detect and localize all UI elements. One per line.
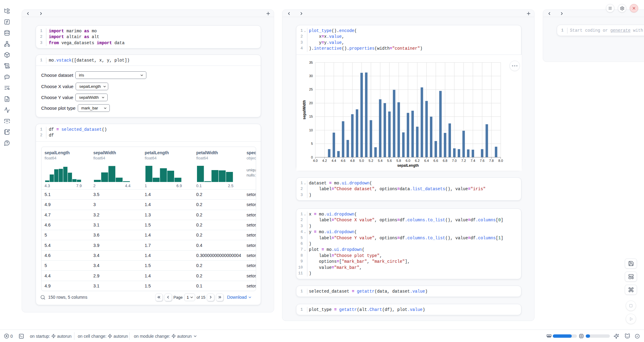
svg-text:5: 5 bbox=[311, 142, 313, 145]
svg-text:0: 0 bbox=[311, 155, 313, 159]
svg-text:25: 25 bbox=[309, 87, 313, 91]
svg-text:4.0: 4.0 bbox=[313, 159, 317, 162]
svg-text:7.8: 7.8 bbox=[489, 159, 494, 162]
svg-text:4.8: 4.8 bbox=[350, 159, 355, 162]
svg-text:5.0: 5.0 bbox=[359, 159, 364, 162]
svg-text:sepalWidth: sepalWidth bbox=[302, 100, 306, 119]
svg-text:6.4: 6.4 bbox=[424, 159, 429, 162]
svg-text:35: 35 bbox=[309, 61, 313, 64]
svg-text:4.6: 4.6 bbox=[341, 159, 345, 162]
svg-text:5.8: 5.8 bbox=[396, 159, 401, 162]
svg-text:7.4: 7.4 bbox=[470, 159, 475, 162]
svg-text:6.8: 6.8 bbox=[443, 159, 447, 162]
svg-text:sepalLength: sepalLength bbox=[397, 163, 419, 168]
svg-text:15: 15 bbox=[309, 115, 313, 118]
svg-text:20: 20 bbox=[309, 101, 313, 105]
svg-text:5.2: 5.2 bbox=[369, 159, 373, 162]
svg-text:7.0: 7.0 bbox=[452, 159, 456, 162]
svg-text:5.6: 5.6 bbox=[387, 159, 392, 162]
svg-text:5.4: 5.4 bbox=[378, 159, 382, 162]
svg-text:8.0: 8.0 bbox=[498, 159, 503, 162]
svg-text:30: 30 bbox=[309, 74, 313, 78]
svg-text:4.4: 4.4 bbox=[331, 159, 336, 162]
svg-text:10: 10 bbox=[309, 128, 313, 132]
svg-text:6.2: 6.2 bbox=[415, 159, 420, 162]
svg-text:4.2: 4.2 bbox=[322, 159, 327, 162]
svg-text:6.6: 6.6 bbox=[434, 159, 438, 162]
svg-text:6.0: 6.0 bbox=[406, 159, 410, 162]
svg-text:7.6: 7.6 bbox=[480, 159, 485, 162]
svg-text:7.2: 7.2 bbox=[461, 159, 466, 162]
